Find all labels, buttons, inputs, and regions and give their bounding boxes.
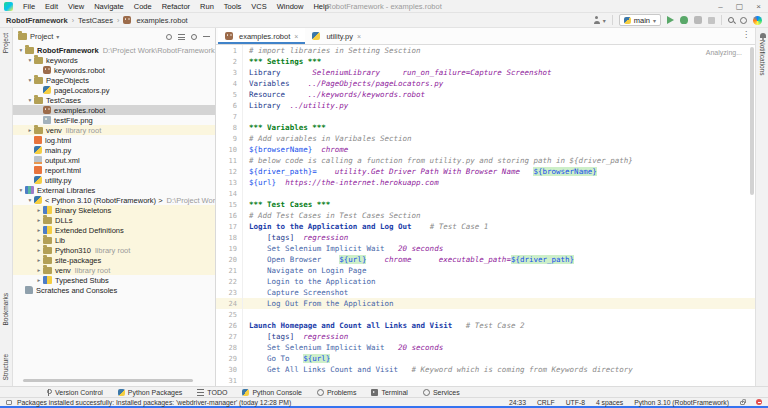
tool-window-button-python-console[interactable]: Python Console [242,389,301,396]
tab-examples-robot[interactable]: examples.robot× [218,28,305,44]
tree-row[interactable]: ▸Lib [13,235,215,245]
tool-button-project[interactable]: Project [2,33,9,53]
chevron-expanded-icon[interactable]: ▾ [26,77,34,83]
tool-button-bookmarks[interactable]: Bookmarks [2,293,9,326]
encoding[interactable]: UTF-8 [566,399,585,406]
code-token: # Test Case 2 [466,321,525,330]
tree-row[interactable]: ▸Binary Skeletons [13,205,215,215]
lock-icon[interactable] [740,401,745,405]
interpreter[interactable]: Python 3.10 (RobotFramework) [634,399,729,406]
tree-row[interactable]: ▾External Libraries [13,185,215,195]
collapse-all-icon[interactable] [178,34,185,40]
locate-icon[interactable] [166,34,172,40]
close-button[interactable]: × [749,0,768,12]
chevron-expanded-icon[interactable]: ▾ [26,97,34,103]
menu-refactor[interactable]: Refactor [157,2,195,11]
tree-row[interactable]: pageLocators.py [13,85,215,95]
tree-item-label: PageObjects [46,76,89,85]
menu-edit[interactable]: Edit [40,2,63,11]
tree-row[interactable]: main.py [13,145,215,155]
settings-button[interactable] [740,17,747,24]
tree-row[interactable]: ▸site-packages [13,255,215,265]
maximize-button[interactable]: ▢ [730,0,749,12]
tab-utility-py[interactable]: utility.py× [305,28,368,44]
chevron-collapsed-icon[interactable]: ▸ [35,257,43,263]
search-everywhere-button[interactable] [728,17,734,23]
menu-tools[interactable]: Tools [219,2,247,11]
settings-icon[interactable] [191,34,197,40]
tool-window-toggle-icon[interactable] [6,400,12,405]
caret-position[interactable]: 24:33 [509,399,526,406]
editor-vertical-scrollbar[interactable] [750,47,754,195]
close-icon[interactable]: × [294,33,298,40]
tree-row[interactable]: ▸Python310library root [13,245,215,255]
breadcrumb-item[interactable]: RobotFramework [6,16,68,25]
tree-row[interactable]: ▾< Python 3.10 (RobotFramework) >D:\Proj… [13,195,215,205]
tool-button-notifications[interactable]: Notifications [759,33,766,75]
indent-style[interactable]: 4 spaces [596,399,623,406]
menu-file[interactable]: File [18,2,40,11]
tree-row[interactable]: ▸venvlibrary root [13,265,215,275]
breadcrumb-item[interactable]: examples.robot [123,16,187,25]
chevron-collapsed-icon[interactable]: ▸ [35,237,43,243]
menu-window[interactable]: Window [272,2,309,11]
chevron-expanded-icon[interactable]: ▾ [26,57,34,63]
stop-button[interactable] [708,17,715,24]
tree-row[interactable]: ▾PageObjects [13,75,215,85]
menu-navigate[interactable]: Navigate [89,2,129,11]
menu-view[interactable]: View [63,2,89,11]
code-area[interactable]: 1# import libraries in Setting Sesction2… [216,45,755,386]
tree-row[interactable]: ▾TestCases [13,95,215,105]
menu-run[interactable]: Run [195,2,219,11]
run-button[interactable] [667,16,674,24]
tree-row[interactable]: utility.py [13,175,215,185]
chevron-collapsed-icon[interactable]: ▸ [35,277,43,283]
notification-badge-icon[interactable] [756,399,762,405]
tool-window-button-python-packages[interactable]: Python Packages [118,389,182,396]
tree-row[interactable]: ▾keywords [13,55,215,65]
coverage-button[interactable] [694,16,702,24]
chevron-collapsed-icon[interactable]: ▸ [35,247,43,253]
tree-row[interactable]: report.html [13,165,215,175]
tool-window-button-terminal[interactable]: Terminal [371,389,407,396]
tree-row[interactable]: log.html [13,135,215,145]
project-view-selector[interactable]: Project [30,32,53,41]
tool-button-structure[interactable]: Structure [2,354,9,380]
tree-row[interactable]: Scratches and Consoles [13,285,215,295]
chevron-collapsed-icon[interactable]: ▸ [35,217,43,223]
tree-row[interactable]: testFile.png [13,115,215,125]
chevron-collapsed-icon[interactable]: ▸ [26,127,34,133]
close-icon[interactable]: × [357,33,361,40]
debug-button[interactable] [680,16,688,24]
minimize-button[interactable]: – [711,0,730,12]
tool-window-button-version-control[interactable]: Version Control [45,389,103,396]
tool-window-button-todo[interactable]: TODO [197,389,227,396]
profile-menu-button[interactable]: ▾ [593,16,606,24]
tool-window-button-services[interactable]: Services [423,389,460,396]
code-with-me-icon[interactable] [753,16,762,25]
line-separator[interactable]: CRLF [537,399,555,406]
tree-row[interactable]: examples.robot [13,105,215,115]
tree-row[interactable]: output.xml [13,155,215,165]
chevron-expanded-icon[interactable]: ▾ [26,197,34,203]
menu-vcs[interactable]: VCS [246,2,271,11]
tree-row[interactable]: ▸DLLs [13,215,215,225]
chevron-expanded-icon[interactable]: ▾ [17,47,25,53]
tree-row[interactable]: ▸Typeshed Stubs [13,275,215,285]
chevron-collapsed-icon[interactable]: ▸ [35,207,43,213]
project-horizontal-scrollbar[interactable] [23,379,193,382]
tree-row[interactable]: ▸Extended Definitions [13,225,215,235]
menu-code[interactable]: Code [129,2,157,11]
chevron-collapsed-icon[interactable]: ▸ [35,267,43,273]
breadcrumb-item[interactable]: TestCases [78,16,113,25]
hide-panel-icon[interactable] [203,36,210,38]
tool-window-button-problems[interactable]: Problems [317,389,357,396]
tree-row[interactable]: ▸venvlibrary root [13,125,215,135]
tree-row[interactable]: keywords.robot [13,65,215,75]
run-configuration-select[interactable]: main ▾ [619,14,661,26]
chevron-collapsed-icon[interactable]: ▸ [35,227,43,233]
tree-row[interactable]: ▾RobotFrameworkD:\Project Work\RobotFram… [13,45,215,55]
status-message[interactable]: Packages installed successfully: Install… [17,399,291,406]
editor-options-icon[interactable]: ⋮ [742,30,750,39]
chevron-expanded-icon[interactable]: ▾ [17,187,25,193]
